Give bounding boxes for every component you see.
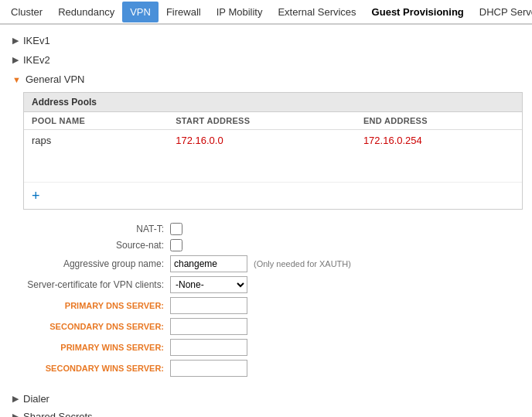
secondary-dns-input[interactable]	[170, 318, 247, 335]
chevron-right-icon: ▶	[12, 412, 19, 417]
source-nat-checkbox[interactable]	[170, 239, 182, 251]
secondary-dns-row: SECONDARY DNS SERVER:	[23, 318, 523, 335]
aggressive-group-label: Aggressive group name:	[23, 258, 170, 269]
col-end-address: END ADDRESS	[356, 112, 522, 130]
primary-dns-row: PRIMARY DNS SERVER:	[23, 297, 523, 314]
address-pools-header: Address Pools	[24, 93, 522, 112]
secondary-wins-input[interactable]	[170, 360, 247, 377]
chevron-right-icon: ▶	[12, 394, 19, 404]
primary-wins-label: PRIMARY WINS SERVER:	[23, 343, 170, 352]
nat-t-checkbox[interactable]	[170, 223, 182, 235]
tab-guest-provisioning[interactable]: Guest Provisioning	[364, 2, 472, 22]
secondary-dns-label: SECONDARY DNS SERVER:	[23, 322, 170, 331]
primary-dns-label: PRIMARY DNS SERVER:	[23, 301, 170, 310]
vpn-form: NAT-T: Source-nat: Aggressive group name…	[23, 216, 523, 384]
address-pools-table: POOL NAME START ADDRESS END ADDRESS raps…	[24, 112, 522, 182]
tree-item-ikev2-label: IKEv2	[23, 54, 50, 66]
aggressive-group-hint: (Only needed for XAUTH)	[254, 259, 351, 268]
tree-item-ikev2[interactable]: ▶ IKEv2	[9, 50, 523, 70]
chevron-right-icon: ▶	[12, 55, 19, 65]
tree-item-shared-secrets-label: Shared Secrets	[23, 411, 93, 417]
source-nat-label: Source-nat:	[23, 240, 170, 251]
primary-wins-row: PRIMARY WINS SERVER:	[23, 339, 523, 356]
tab-firewall[interactable]: Firewall	[159, 2, 209, 22]
tree-item-dialer-label: Dialer	[23, 393, 49, 405]
primary-wins-input[interactable]	[170, 339, 247, 356]
add-pool-button[interactable]: +	[32, 189, 40, 203]
secondary-wins-label: SECONDARY WINS SERVER:	[23, 364, 170, 373]
cell-start-address: 172.16.0.0	[168, 130, 356, 152]
chevron-down-icon: ▼	[12, 75, 21, 84]
address-pools-section: Address Pools POOL NAME START ADDRESS EN…	[23, 92, 523, 210]
table-row: raps 172.16.0.0 172.16.0.254	[24, 130, 522, 152]
nat-t-label: NAT-T:	[23, 224, 170, 234]
bottom-tree: ▶ Dialer ▶ Shared Secrets ▶ Certificates…	[9, 390, 523, 417]
aggressive-group-input[interactable]	[170, 255, 247, 272]
server-cert-select-wrap: -None-	[170, 276, 247, 293]
tree-item-general-vpn[interactable]: ▼ General VPN	[9, 70, 523, 89]
tab-dhcp-server[interactable]: DHCP Server	[472, 2, 532, 22]
col-start-address: START ADDRESS	[168, 112, 356, 130]
tab-external-services[interactable]: External Services	[270, 2, 363, 22]
col-pool-name: POOL NAME	[24, 112, 168, 130]
secondary-wins-row: SECONDARY WINS SERVER:	[23, 360, 523, 377]
tab-cluster[interactable]: Cluster	[3, 2, 50, 22]
tab-ip-mobility[interactable]: IP Mobility	[209, 2, 271, 22]
top-navigation: Cluster Redundancy VPN Firewall IP Mobil…	[0, 0, 532, 25]
server-cert-row: Server-certificate for VPN clients: -Non…	[23, 276, 523, 293]
source-nat-row: Source-nat:	[23, 239, 523, 251]
tree-item-ikev1-label: IKEv1	[23, 35, 50, 46]
server-cert-select[interactable]: -None-	[170, 276, 247, 293]
tree-item-ikev1[interactable]: ▶ IKEv1	[9, 31, 523, 50]
nat-t-row: NAT-T:	[23, 223, 523, 235]
aggressive-group-row: Aggressive group name: (Only needed for …	[23, 255, 523, 272]
cell-end-address: 172.16.0.254	[356, 130, 522, 152]
tree-item-dialer[interactable]: ▶ Dialer	[9, 390, 523, 408]
chevron-right-icon: ▶	[12, 36, 19, 46]
add-pool-row: +	[24, 182, 522, 209]
main-content: ▶ IKEv1 ▶ IKEv2 ▼ General VPN Address Po…	[0, 25, 532, 417]
cell-pool-name: raps	[24, 130, 168, 152]
tab-vpn[interactable]: VPN	[122, 2, 159, 22]
server-cert-label: Server-certificate for VPN clients:	[23, 279, 170, 290]
primary-dns-input[interactable]	[170, 297, 247, 314]
tree-item-general-vpn-label: General VPN	[26, 73, 85, 85]
tree-item-shared-secrets[interactable]: ▶ Shared Secrets	[9, 408, 523, 417]
tab-redundancy[interactable]: Redundancy	[50, 2, 122, 22]
